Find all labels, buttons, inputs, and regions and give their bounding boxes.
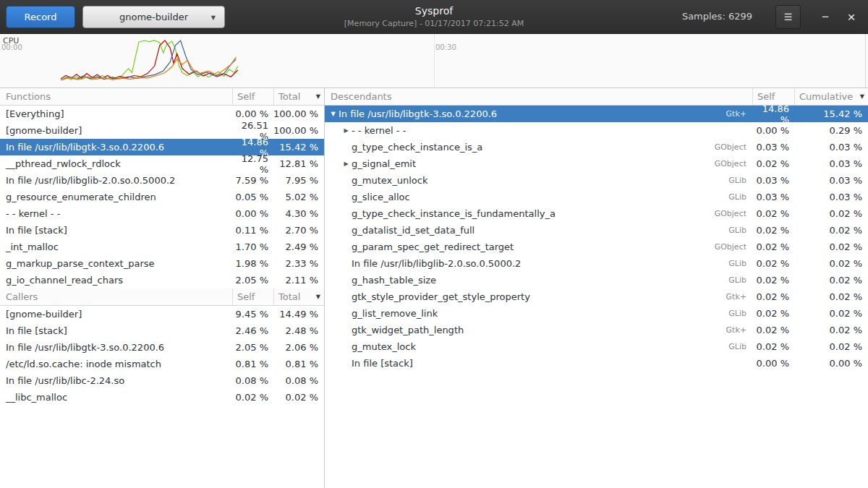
cell-function-name: g_hash_table_sizeGLib xyxy=(325,275,752,286)
callers-header-row: Callers Self Total ▼ xyxy=(0,288,324,306)
expander-open-icon[interactable]: ▼ xyxy=(328,111,339,117)
expander-closed-icon[interactable]: ▶ xyxy=(341,160,352,167)
cell-function-name: - - kernel - - xyxy=(0,208,232,219)
function-name-label: g_datalist_id_set_data_full xyxy=(352,225,475,236)
table-row[interactable]: _int_malloc1.70 %2.49 % xyxy=(0,239,324,255)
library-badge: GObject xyxy=(709,209,752,218)
column-header-callers-self[interactable]: Self xyxy=(232,288,273,305)
cell-self-percent: 0.00 % xyxy=(752,125,794,136)
table-row[interactable]: g_io_channel_read_chars2.05 %2.11 % xyxy=(0,272,324,288)
column-header-cumulative[interactable]: Cumulative ▼ xyxy=(794,88,868,105)
table-row[interactable]: In file [stack]0.11 %2.70 % xyxy=(0,222,324,239)
profile-target-dropdown[interactable]: gnome-builder ▼ xyxy=(82,6,225,28)
cell-function-name: g_resource_enumerate_children xyxy=(0,192,232,202)
minimize-button[interactable]: − xyxy=(814,0,836,34)
cell-total-percent: 0.02 % xyxy=(273,392,324,403)
cell-cumulative-percent: 0.02 % xyxy=(794,225,868,236)
function-name-label: In file /usr/lib/libglib-2.0.so.0.5000.2 xyxy=(352,258,521,269)
table-row[interactable]: g_resource_enumerate_children0.05 %5.02 … xyxy=(0,189,324,205)
cell-total-percent: 7.95 % xyxy=(273,175,324,186)
left-pane: Functions Self Total ▼ [Everything]0.00 … xyxy=(0,88,325,488)
table-row[interactable]: In file /usr/lib/libglib-2.0.so.0.5000.2… xyxy=(0,172,324,189)
column-header-callers-total[interactable]: Total ▼ xyxy=(273,288,324,305)
cell-self-percent: 0.05 % xyxy=(232,192,273,202)
column-header-total[interactable]: Total ▼ xyxy=(273,88,324,105)
cell-total-percent: 4.30 % xyxy=(273,208,324,219)
close-button[interactable]: × xyxy=(841,0,862,34)
cell-function-name: [gnome-builder] xyxy=(0,309,232,320)
cell-total-percent: 2.70 % xyxy=(273,225,324,236)
cell-self-percent: 14.86 % xyxy=(752,103,794,125)
tree-row[interactable]: g_list_remove_linkGLib0.02 %0.02 % xyxy=(325,305,868,322)
tree-row[interactable]: ▶g_signal_emitGObject0.02 %0.03 % xyxy=(325,155,868,172)
cell-cumulative-percent: 0.03 % xyxy=(794,192,868,202)
cell-self-percent: 0.02 % xyxy=(752,325,794,335)
app-title: Sysprof xyxy=(239,5,629,17)
cell-cumulative-percent: 0.00 % xyxy=(794,358,868,369)
tree-row[interactable]: In file /usr/lib/libglib-2.0.so.0.5000.2… xyxy=(325,255,868,272)
cell-total-percent: 2.11 % xyxy=(273,275,324,286)
table-row[interactable]: [gnome-builder]26.51 %100.00 % xyxy=(0,122,324,139)
cell-function-name: In file /usr/lib/libglib-2.0.so.0.5000.2… xyxy=(325,258,752,269)
tree-row[interactable]: ▼In file /usr/lib/libgtk-3.so.0.2200.6Gt… xyxy=(325,106,868,122)
sort-arrow-icon: ▼ xyxy=(860,93,864,100)
tree-row[interactable]: g_datalist_id_set_data_fullGLib0.02 %0.0… xyxy=(325,222,868,239)
table-row[interactable]: /etc/ld.so.cache: inode mismatch0.81 %0.… xyxy=(0,356,324,372)
tree-row[interactable]: g_type_check_instance_is_aGObject0.03 %0… xyxy=(325,139,868,155)
library-badge: Gtk+ xyxy=(720,325,752,335)
table-row[interactable]: In file /usr/lib/libgtk-3.so.0.2200.614.… xyxy=(0,139,324,155)
column-header-callers[interactable]: Callers xyxy=(0,288,232,305)
cell-function-name: In file /usr/lib/libc-2.24.so xyxy=(0,375,232,386)
function-name-label: g_type_check_instance_is_a xyxy=(352,142,482,153)
cell-total-percent: 12.81 % xyxy=(273,158,324,169)
cpu-graph[interactable]: CPU 00:00 00:30 xyxy=(0,34,868,88)
tree-row[interactable]: g_type_check_instance_is_fundamentally_a… xyxy=(325,205,868,222)
tree-row[interactable]: g_param_spec_get_redirect_targetGObject0… xyxy=(325,239,868,255)
function-name-label: In file [stack] xyxy=(352,358,413,369)
tree-row[interactable]: ▶- - kernel - -0.00 %0.29 % xyxy=(325,122,868,139)
cell-self-percent: 0.02 % xyxy=(752,241,794,252)
cell-function-name: g_datalist_id_set_data_fullGLib xyxy=(325,225,752,236)
cell-cumulative-percent: 0.02 % xyxy=(794,208,868,219)
tree-row[interactable]: gtk_style_provider_get_style_propertyGtk… xyxy=(325,288,868,305)
cell-total-percent: 14.49 % xyxy=(273,309,324,320)
table-row[interactable]: __pthread_rwlock_rdlock12.75 %12.81 % xyxy=(0,155,324,172)
table-row[interactable]: In file /usr/lib/libc-2.24.so0.08 %0.08 … xyxy=(0,372,324,389)
tree-row[interactable]: g_mutex_unlockGLib0.03 %0.03 % xyxy=(325,172,868,189)
library-badge: GLib xyxy=(723,176,752,185)
cell-cumulative-percent: 0.02 % xyxy=(794,341,868,352)
cell-self-percent: 0.02 % xyxy=(752,308,794,319)
function-name-label: gtk_style_provider_get_style_property xyxy=(352,291,530,302)
table-row[interactable]: __libc_malloc0.02 %0.02 % xyxy=(0,389,324,406)
tree-row[interactable]: g_hash_table_sizeGLib0.02 %0.02 % xyxy=(325,272,868,288)
main-content: Functions Self Total ▼ [Everything]0.00 … xyxy=(0,88,868,488)
expander-closed-icon[interactable]: ▶ xyxy=(341,127,352,134)
tree-row[interactable]: In file [stack]0.00 %0.00 % xyxy=(325,355,868,372)
cell-self-percent: 0.08 % xyxy=(232,375,273,386)
tree-row[interactable]: g_mutex_lockGLib0.02 %0.02 % xyxy=(325,338,868,355)
column-header-descendants[interactable]: Descendants xyxy=(325,88,752,105)
table-row[interactable]: - - kernel - -0.00 %4.30 % xyxy=(0,205,324,222)
table-row[interactable]: [gnome-builder]9.45 %14.49 % xyxy=(0,306,324,322)
cell-function-name: g_mutex_lockGLib xyxy=(325,341,752,352)
library-badge: GLib xyxy=(723,192,752,202)
menu-button[interactable]: ☰ xyxy=(775,5,801,29)
record-button[interactable]: Record xyxy=(6,6,75,28)
time-label-start: 00:00 xyxy=(1,43,22,51)
table-row[interactable]: [Everything]0.00 %100.00 % xyxy=(0,106,324,122)
tree-row[interactable]: g_slice_allocGLib0.03 %0.03 % xyxy=(325,189,868,205)
cell-self-percent: 2.05 % xyxy=(232,275,273,286)
cell-self-percent: 1.98 % xyxy=(232,258,273,269)
table-row[interactable]: g_markup_parse_context_parse1.98 %2.33 % xyxy=(0,255,324,272)
table-row[interactable]: In file [stack]2.46 %2.48 % xyxy=(0,322,324,339)
function-name-label: In file /usr/lib/libgtk-3.so.0.2200.6 xyxy=(339,108,497,119)
cell-self-percent: 0.02 % xyxy=(752,208,794,219)
column-header-functions[interactable]: Functions xyxy=(0,88,232,105)
table-row[interactable]: In file /usr/lib/libgtk-3.so.0.2200.62.0… xyxy=(0,339,324,356)
descendants-table: ▼In file /usr/lib/libgtk-3.so.0.2200.6Gt… xyxy=(325,106,868,372)
function-name-label: g_slice_alloc xyxy=(352,192,410,202)
cell-self-percent: 0.03 % xyxy=(752,175,794,186)
column-header-self[interactable]: Self xyxy=(232,88,273,105)
capture-subtitle: [Memory Capture] - 01/17/2017 07:21:52 A… xyxy=(239,19,629,28)
tree-row[interactable]: gtk_widget_path_lengthGtk+0.02 %0.02 % xyxy=(325,322,868,338)
